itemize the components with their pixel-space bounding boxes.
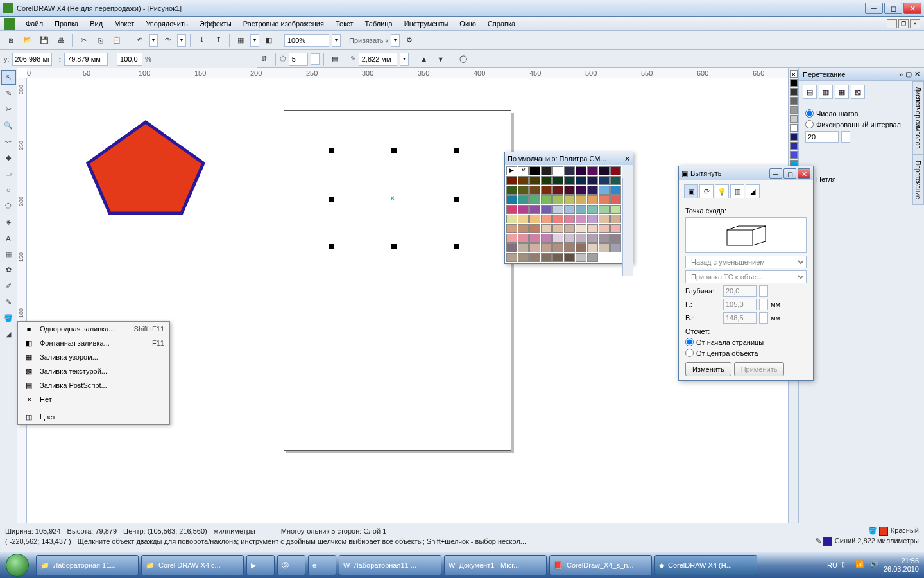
color-swatch[interactable] <box>790 115 798 123</box>
undo-icon[interactable]: ↶ <box>132 33 146 48</box>
start-button[interactable] <box>0 552 35 578</box>
palette-swatch[interactable] <box>506 253 517 262</box>
redo-dropdown[interactable]: ▾ <box>177 34 186 47</box>
extrude-snap-select[interactable]: Привязка ТС к объе... <box>685 270 807 283</box>
palette-swatch[interactable] <box>529 166 540 175</box>
polygon-tool-icon[interactable]: ⬠ <box>1 198 16 213</box>
edit-button[interactable]: Изменить <box>685 362 732 376</box>
palette-swatch[interactable] <box>587 176 598 185</box>
palette-swatch[interactable] <box>506 224 517 233</box>
extrude-tab-rotate-icon[interactable]: ⟳ <box>699 184 714 198</box>
palette-swatch[interactable] <box>599 176 610 185</box>
palette-swatch[interactable] <box>576 186 586 195</box>
palette-swatch[interactable] <box>552 166 563 175</box>
ctx-postscript[interactable]: ▤Заливка PostScript... <box>18 378 169 392</box>
extrude-tab-color-icon[interactable]: ▥ <box>730 184 744 198</box>
taskbar-item[interactable]: 📁Corel DRAW X4 с... <box>141 555 244 575</box>
palette-swatch[interactable] <box>576 224 586 233</box>
palette-swatch[interactable] <box>576 176 586 185</box>
app-launcher-dropdown[interactable]: ▾ <box>250 34 259 47</box>
taskbar-item[interactable]: WДокумент1 - Micr... <box>444 555 547 575</box>
palette-swatch[interactable] <box>564 243 575 252</box>
palette-swatch[interactable] <box>541 253 552 262</box>
copy-icon[interactable]: ⎘ <box>93 33 107 48</box>
palette-swatch[interactable] <box>576 195 586 204</box>
menu-file[interactable]: Файл <box>21 18 48 30</box>
palette-swatch[interactable] <box>541 176 552 185</box>
crop-tool-icon[interactable]: ✂ <box>1 102 16 117</box>
palette-swatch[interactable] <box>529 186 540 195</box>
taskbar-item[interactable]: ▶ <box>246 555 275 575</box>
palette-swatch[interactable] <box>599 234 610 243</box>
height-input[interactable] <box>64 53 108 66</box>
taskbar-item[interactable]: 📁Лабораторная 11... <box>36 555 139 575</box>
palette-swatch[interactable] <box>587 253 598 262</box>
palette-swatch[interactable] <box>552 253 563 262</box>
palette-swatch[interactable] <box>610 234 621 243</box>
palette-swatch[interactable] <box>541 224 552 233</box>
palette-swatch[interactable] <box>599 215 610 223</box>
app-launcher-icon[interactable]: ▦ <box>234 33 248 48</box>
menu-tools[interactable]: Инструменты <box>399 18 454 30</box>
palette-swatch[interactable] <box>552 176 563 185</box>
palette-swatch[interactable] <box>529 205 540 214</box>
palette-swatch[interactable] <box>529 176 540 185</box>
palette-swatch[interactable] <box>552 215 563 223</box>
menu-table[interactable]: Таблица <box>360 18 398 30</box>
wrap-icon[interactable]: ▤ <box>328 52 342 66</box>
palette-swatch[interactable] <box>541 186 552 195</box>
palette-swatch[interactable] <box>564 234 575 243</box>
close-button[interactable]: ✕ <box>903 3 921 14</box>
maximize-button[interactable]: ◻ <box>884 3 902 14</box>
outline-tool-icon[interactable]: ✎ <box>1 295 16 310</box>
palette-swatch[interactable] <box>518 205 529 214</box>
palette-swatch[interactable] <box>518 243 529 252</box>
import-icon[interactable]: ⤓ <box>194 33 209 48</box>
ref-page-radio[interactable] <box>685 338 694 346</box>
docker-close-icon[interactable]: ✕ <box>914 70 920 78</box>
palette-swatch[interactable] <box>506 234 517 243</box>
palette-swatch[interactable] <box>564 205 575 214</box>
palette-close-icon[interactable]: ✕ <box>624 155 630 163</box>
palette-swatch[interactable] <box>518 224 529 233</box>
palette-swatch[interactable] <box>541 195 552 204</box>
palette-swatch[interactable] <box>576 243 586 252</box>
ellipse-tool-icon[interactable]: ○ <box>1 182 16 197</box>
zoom-input[interactable] <box>284 34 329 47</box>
palette-swatch[interactable] <box>564 176 575 185</box>
palette-swatch[interactable] <box>610 205 621 214</box>
dlg-minimize-button[interactable]: ─ <box>769 168 782 179</box>
palette-swatch[interactable] <box>518 176 529 185</box>
extrude-tab-preset-icon[interactable]: ▣ <box>684 184 698 198</box>
minimize-button[interactable]: ─ <box>865 3 883 14</box>
palette-swatch[interactable] <box>552 234 563 243</box>
palette-swatch[interactable] <box>564 195 575 204</box>
palette-swatch[interactable] <box>552 243 563 252</box>
palette-swatch[interactable] <box>587 186 598 195</box>
print-icon[interactable]: 🖶 <box>54 33 68 48</box>
sel-handle-s[interactable] <box>391 244 397 249</box>
palette-swatch[interactable] <box>587 234 598 243</box>
export-icon[interactable]: ⤒ <box>211 33 225 48</box>
h-spinner[interactable] <box>759 299 768 310</box>
extrude-tab-bevel-icon[interactable]: ◢ <box>746 184 760 198</box>
outline-width-input[interactable] <box>359 53 397 66</box>
palette-swatch[interactable] <box>529 253 540 262</box>
text-tool-icon[interactable]: A <box>1 231 16 245</box>
taskbar-item[interactable]: 📕CorelDraw_X4_s_n... <box>549 555 652 575</box>
palette-swatch[interactable] <box>587 205 598 214</box>
ctx-none[interactable]: ✕Нет <box>18 392 169 407</box>
palette-swatch[interactable] <box>610 186 621 195</box>
tray-flag-icon[interactable]: ▯ <box>841 560 851 570</box>
snapto-dropdown[interactable]: ▾ <box>391 34 400 47</box>
palette-swatch[interactable] <box>599 195 610 204</box>
palette-swatch[interactable] <box>564 253 575 262</box>
lang-indicator[interactable]: RU <box>827 561 837 569</box>
palette-swatch[interactable] <box>529 234 540 243</box>
color-swatch[interactable] <box>790 124 798 132</box>
palette-swatch[interactable] <box>518 215 529 223</box>
redo-icon[interactable]: ↷ <box>160 33 175 48</box>
palette-swatch[interactable] <box>587 195 598 204</box>
color-swatch[interactable] <box>790 79 798 87</box>
docker-undock-icon[interactable]: ▢ <box>905 70 912 78</box>
